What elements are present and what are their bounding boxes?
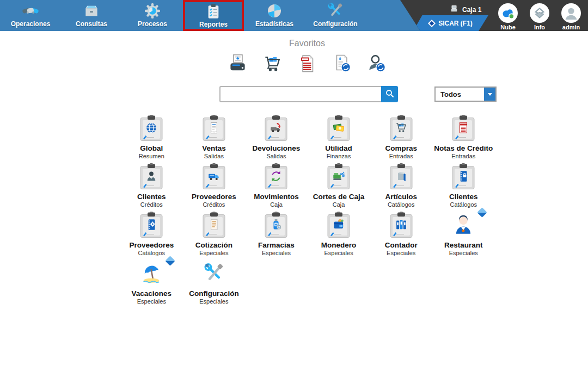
report-tile-vacaciones-especiales[interactable]: VacacionesEspeciales <box>120 260 183 308</box>
report-tile-proveedores-catalogos[interactable]: ProveedoresCatálogos <box>120 212 183 260</box>
cloud-icon <box>498 3 518 23</box>
report-subtitle: Caja <box>333 201 345 208</box>
quick-button-label: Info <box>534 24 545 30</box>
report-title: Restaurant <box>444 241 483 249</box>
report-title: Ventas <box>202 144 226 152</box>
person-clipboard-icon <box>139 163 164 190</box>
nav-item-estadisticas[interactable]: Estadísticas <box>244 0 305 31</box>
report-tile-contador-especiales[interactable]: ContadorEspeciales <box>370 212 432 260</box>
pie-icon <box>266 2 283 20</box>
report-tile-configuracion-especiales[interactable]: ConfiguraciónEspeciales <box>183 260 246 308</box>
binders-clipboard-icon <box>389 212 414 238</box>
sicar-tab-button[interactable]: SICAR (F1) <box>413 15 488 31</box>
quick-button-nube[interactable]: Nube <box>492 3 524 30</box>
handshake-icon <box>22 2 39 20</box>
register-clipboard-icon <box>326 163 351 190</box>
search-button[interactable] <box>381 86 398 102</box>
report-tile-monedero-especiales[interactable]: MonederoEspeciales <box>308 212 370 260</box>
report-tile-clientes-creditos[interactable]: ClientesCréditos <box>120 163 183 212</box>
favorite-fav-cart[interactable] <box>262 53 283 75</box>
nav-item-operaciones[interactable]: Operaciones <box>0 0 61 31</box>
quick-button-admin[interactable]: admin <box>555 3 587 30</box>
nav-item-procesos[interactable]: Procesos <box>122 0 183 31</box>
quick-button-label: Nube <box>500 24 516 30</box>
report-tile-farmacias-especiales[interactable]: FarmaciasEspeciales <box>245 212 308 260</box>
cash-register-icon <box>449 4 459 15</box>
report-subtitle: Salidas <box>266 153 286 159</box>
station-label: Caja 1 <box>462 6 481 14</box>
globe-clipboard-icon <box>139 115 164 141</box>
truck-clipboard-icon <box>201 163 226 190</box>
favorite-fav-cfdi[interactable] <box>297 53 317 75</box>
report-subtitle: Salidas <box>204 153 224 159</box>
money-clipboard-icon <box>326 115 351 141</box>
report-subtitle: Catálogos <box>138 250 166 256</box>
report-tile-cotizacion-especiales[interactable]: CotizaciónEspeciales <box>183 212 246 260</box>
report-title: Vacaciones <box>132 289 172 298</box>
dropdown-arrow-button[interactable] <box>484 88 495 101</box>
report-tile-global-resumen[interactable]: GlobalResumen <box>120 115 183 163</box>
nav-item-consultas[interactable]: Consultas <box>61 0 122 31</box>
station-indicator: Caja 1 <box>449 4 481 15</box>
truck-return-clipboard-icon <box>264 115 289 141</box>
nav-item-label: Operaciones <box>11 20 51 28</box>
report-tile-devoluciones-salidas[interactable]: DevolucionesSalidas <box>245 115 308 163</box>
report-tile-utilidad-finanzas[interactable]: UtilidadFinanzas <box>308 115 370 163</box>
report-title: Clientes <box>449 193 478 201</box>
report-title: Cotización <box>195 241 232 249</box>
receipt-clipboard-icon <box>201 115 226 141</box>
red-doc-clipboard-icon <box>451 115 476 141</box>
report-tile-articulos-catalogos[interactable]: ArtículosCatálogos <box>370 163 432 212</box>
nav-item-configuracion[interactable]: Configuración <box>305 0 366 31</box>
report-tile-notas-de-credito-entradas[interactable]: Notas de CréditoEntradas <box>432 115 495 163</box>
report-tile-ventas-salidas[interactable]: VentasSalidas <box>183 115 246 163</box>
favorites-title: Favoritos <box>120 39 494 48</box>
nav-item-label: Reportes <box>199 21 228 28</box>
report-subtitle: Especiales <box>199 250 228 256</box>
report-tile-restaurant-especiales[interactable]: RestaurantEspeciales <box>432 212 495 260</box>
clipboard-icon <box>205 3 222 20</box>
search-input[interactable] <box>219 86 381 102</box>
report-subtitle: Entradas <box>389 153 413 159</box>
nav-item-label: Estadísticas <box>255 20 293 28</box>
report-tile-compras-entradas[interactable]: ComprasEntradas <box>370 115 432 163</box>
report-subtitle: Especiales <box>387 250 415 256</box>
favorite-fav-person-sync[interactable] <box>367 53 387 75</box>
nav-item-reportes[interactable]: Reportes <box>183 0 244 31</box>
report-title: Configuración <box>189 289 239 298</box>
report-title: Global <box>140 144 163 152</box>
favorite-fav-doc-sync[interactable] <box>332 53 352 75</box>
wallet-clipboard-icon <box>326 212 351 238</box>
doc-tan-clipboard-icon <box>201 212 226 238</box>
nav-item-label: Procesos <box>138 20 167 28</box>
report-title: Movimientos <box>254 193 299 201</box>
report-subtitle: Créditos <box>140 201 163 208</box>
top-navigation-bar: OperacionesConsultasProcesosReportesEsta… <box>0 0 588 31</box>
report-subtitle: Especiales <box>449 250 478 256</box>
filter-selected-value: Todos <box>436 90 484 98</box>
report-tile-proveedores-creditos[interactable]: ProveedoresCréditos <box>183 163 246 212</box>
report-title: Proveedores <box>192 193 236 201</box>
report-subtitle: Especiales <box>324 250 353 256</box>
sync-clipboard-icon <box>264 163 289 190</box>
report-title: Cortes de Caja <box>313 193 365 201</box>
report-title: Devoluciones <box>253 144 301 152</box>
tools-icon <box>201 260 226 287</box>
report-tile-cortes-de-caja-caja[interactable]: Cortes de CajaCaja <box>308 163 370 212</box>
pharmacy-clipboard-icon <box>264 212 289 238</box>
waiter-icon <box>451 212 476 238</box>
quick-button-info[interactable]: Info <box>524 3 555 30</box>
filter-dropdown[interactable]: Todos <box>434 86 497 102</box>
report-subtitle: Entradas <box>451 153 475 159</box>
report-tile-movimientos-caja[interactable]: MovimientosCaja <box>245 163 308 212</box>
quick-button-label: admin <box>562 24 580 30</box>
report-title: Proveedores <box>129 241 174 249</box>
gear-icon <box>144 2 161 20</box>
report-title: Monedero <box>321 241 357 249</box>
cart-clipboard-icon <box>389 115 414 141</box>
favorite-fav-print[interactable] <box>228 53 248 75</box>
report-tile-clientes-catalogos[interactable]: ClientesCatálogos <box>432 163 495 212</box>
notebook-gear-clipboard-icon <box>139 212 164 238</box>
nav-item-label: Consultas <box>76 20 107 28</box>
avatar-icon <box>561 3 581 23</box>
